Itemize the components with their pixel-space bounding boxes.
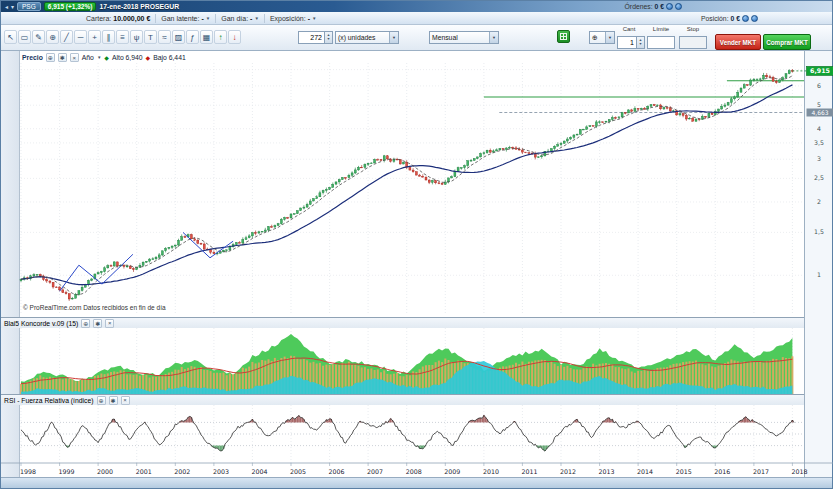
gan-dia-value: - [250,15,252,22]
units-spinner[interactable]: ▲ ▼ [325,31,333,44]
close-icon[interactable]: × [105,319,114,328]
position-chip[interactable]: Posición: 0 € [701,15,758,22]
instrument-tab[interactable]: PSG [17,2,41,11]
cursor-icon[interactable]: ↖ [4,30,17,44]
price-change-badge: 6,915 (+1,32%) [44,2,97,11]
units-input[interactable] [298,31,325,44]
koncorde-title: Blai5 Koncorde v.09 (15) [4,320,78,327]
fibonacci-icon[interactable]: ≡ [116,30,129,44]
magnifier-icon: ⊕ [592,34,598,42]
buy-market-button[interactable]: Comprar MKT [763,34,811,50]
trendline-icon[interactable]: ╱ [60,30,73,44]
price-axis-label: 1 [817,271,821,278]
chevron-down-icon[interactable]: ▼ [605,32,614,43]
price-axis-label: 3 [817,155,821,162]
horizontal-line-icon[interactable]: ─ [74,30,87,44]
gan-latente-item[interactable]: Gan latente: - ▼ [161,15,210,22]
settings-icon[interactable]: ✱ [109,396,118,405]
stop-price-input[interactable] [679,36,707,49]
timeframe-select[interactable]: Mensual ▼ [429,31,499,44]
gan-dia-label: Gan día: [221,15,248,22]
time-axis-label: 2017 [753,468,769,475]
chevron-down-icon[interactable]: ▼ [206,16,210,21]
crosshair-icon[interactable]: + [88,30,101,44]
units-mode-select[interactable]: (x) unidades ▼ [335,31,399,44]
limite-label: Límite [647,26,675,32]
buy-arrow-icon[interactable]: ↑ [214,30,227,44]
position-settings-icon[interactable] [751,15,758,22]
orders-chip[interactable]: Órdenes: 0 € [625,3,682,10]
price-axis-label: 6 [817,82,821,89]
time-axis-label: 2015 [676,468,692,475]
price-panel-header: Precio ⊕ ✱ × Año ▼ ◆ Alto 6,940 ◆ Bajo 6… [22,53,186,62]
pencil-icon[interactable]: ✎ [32,30,45,44]
zigzag-icon[interactable]: ≈ [158,30,171,44]
time-axis-label: 1999 [59,468,75,475]
close-icon[interactable]: × [70,53,79,62]
cartera-label: Cartera: [86,15,111,22]
zoom-icon[interactable]: ⊕ [46,30,59,44]
stop-label: Stop [679,26,707,32]
spreadsheet-icon[interactable] [557,30,570,43]
exposicion-value: - [308,15,310,22]
gan-latente-label: Gan latente: [161,15,199,22]
close-icon[interactable]: × [121,396,130,405]
koncorde-panel-header: Blai5 Koncorde v.09 (15) ⊕ ✱ × [1,317,804,328]
spinner-down-icon[interactable]: ▼ [327,38,330,42]
orders-label: Órdenes: [625,3,653,10]
sell-arrow-icon[interactable]: ↓ [228,30,241,44]
pitchfork-icon[interactable]: ψ [130,30,143,44]
text-icon[interactable]: T [144,30,157,44]
price-axis-label: 3,5 [814,139,824,146]
chevron-down-icon[interactable]: ▼ [97,55,101,60]
chevron-down-icon[interactable]: ▼ [389,32,398,43]
zoom-icon[interactable]: ⊕ [81,319,90,328]
horizontal-scrollbar[interactable] [1,477,832,488]
menu-icon[interactable]: ▾ [11,4,14,10]
trend-drawing-line[interactable] [60,265,79,291]
quantity-spinner[interactable]: ▲ ▼ [637,36,645,49]
chart-canvas[interactable]: 76543,532,521,514,6636,91519981999200020… [1,51,833,489]
cartera-item: Cartera: 10.000,00 € [86,15,150,22]
channel-icon[interactable]: ▨ [172,30,185,44]
zoom-tool-select[interactable]: ⊕ ▼ [589,31,615,44]
zoom-icon[interactable]: ⊕ [97,396,106,405]
position-icon[interactable] [742,15,749,22]
grid-icon[interactable]: ▦ [200,30,213,44]
indicator-icon[interactable]: ƒ [186,30,199,44]
time-axis-label: 2001 [136,468,152,475]
trend-drawing-line[interactable] [102,254,133,284]
trend-drawing-line[interactable] [79,265,102,284]
settings-icon[interactable]: ✱ [58,53,67,62]
settings-icon[interactable]: ✱ [93,319,102,328]
sell-market-button[interactable]: Vender MKT [715,34,761,50]
exposicion-item[interactable]: Exposición: - ▼ [270,15,317,22]
parallel-lines-icon[interactable]: ∥ [102,30,115,44]
orders-settings-icon[interactable] [675,3,682,10]
window-title: 17-ene-2018 PROSEGUR [99,3,179,10]
back-icon[interactable]: ◂ [5,4,8,10]
zoom-icon[interactable]: ⊕ [46,53,55,62]
rsi-title: RSI - Fuerza Relativa (índice) [4,397,94,404]
quantity-input[interactable] [617,36,637,49]
copyright-note: © ProRealTime.com Datos recibidos en fin… [23,304,166,311]
trend-drawing-line[interactable] [183,232,210,257]
chevron-down-icon[interactable]: ▼ [254,16,258,21]
time-axis-label: 2009 [444,468,460,475]
cartera-value: 10.000,00 € [113,15,150,22]
chart-toolbar: ↖▭✎⊕╱─+∥≡ψT≈▨ƒ▦↑↓ ▲ ▼ (x) unidades ▼ Men… [1,25,832,51]
orders-icon[interactable] [666,3,673,10]
time-axis-label: 2011 [521,468,537,475]
eraser-icon[interactable]: ▭ [18,30,31,44]
time-axis-label: 2004 [251,468,267,475]
limit-price-input[interactable] [647,36,675,49]
chevron-down-icon[interactable]: ▼ [312,16,316,21]
cant-label: Cant [613,26,645,32]
price-axis-label: 4 [817,125,821,132]
ohlc-period[interactable]: Año [82,54,94,61]
price-axis-label: 2,5 [814,174,824,181]
chevron-down-icon[interactable]: ▼ [489,32,498,43]
gan-dia-item[interactable]: Gan día: - ▼ [221,15,259,22]
time-axis-label: 1998 [20,468,36,475]
spinner-down-icon[interactable]: ▼ [639,43,642,47]
